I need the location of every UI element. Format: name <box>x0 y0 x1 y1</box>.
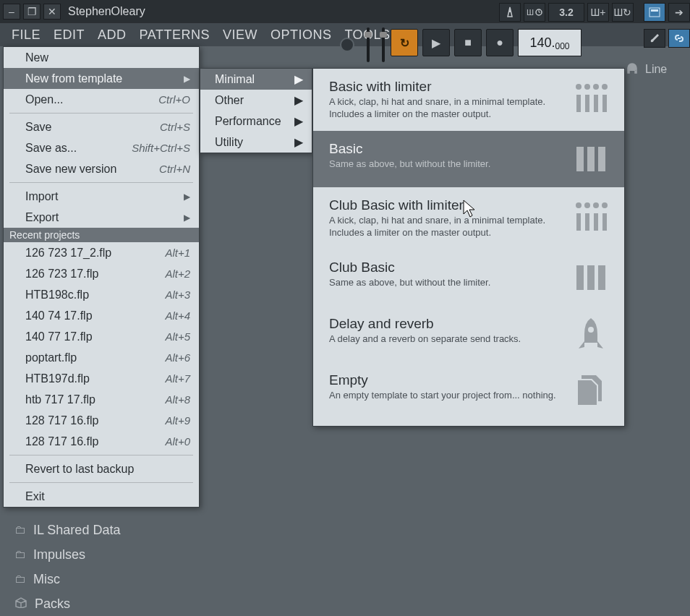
shortcut-label: Alt+5 <box>165 330 190 343</box>
template-basic[interactable]: Basic Same as above, but without the lim… <box>313 131 624 187</box>
brush-icon[interactable] <box>644 29 665 48</box>
menu-item-export[interactable]: Export ▶ <box>4 207 199 228</box>
svg-rect-13 <box>598 147 605 171</box>
browser-item-impulses[interactable]: 🗀 Impulses <box>3 542 200 567</box>
template-title: Basic <box>329 141 559 157</box>
headphones-icon[interactable] <box>625 61 639 78</box>
recent-project-item[interactable]: 128 717 16.flpAlt+0 <box>4 431 199 452</box>
menu-add[interactable]: ADD <box>92 25 132 46</box>
link-icon[interactable] <box>668 29 690 48</box>
master-controls <box>334 23 391 67</box>
submenu-label: Other <box>215 94 244 107</box>
maximize-button[interactable]: ❐ <box>23 4 41 20</box>
menu-file[interactable]: FILE <box>6 25 46 46</box>
browser-item-packs[interactable]: Packs <box>3 591 200 616</box>
volume-slider-2[interactable] <box>382 27 385 62</box>
metronome-icon[interactable] <box>499 3 521 22</box>
menu-view[interactable]: VIEW <box>217 25 263 46</box>
tempo-display[interactable]: 140.000 <box>518 29 582 56</box>
recent-project-item[interactable]: HTB197d.flpAlt+7 <box>4 368 199 389</box>
menu-options[interactable]: OPTIONS <box>265 25 338 46</box>
play-button[interactable]: ▶ <box>422 29 450 56</box>
menu-item-new[interactable]: New <box>4 47 199 68</box>
loop-record-icon[interactable]: Ш↻ <box>612 3 634 22</box>
menu-item-label: htb 717 17.flp <box>25 393 95 406</box>
time-signature-display[interactable]: 3.2 <box>548 3 584 22</box>
svg-rect-11 <box>576 147 584 171</box>
shortcut-label: Alt+1 <box>165 247 190 259</box>
recent-project-item[interactable]: 126 723 17.flpAlt+2 <box>4 263 199 284</box>
template-category-utility[interactable]: Utility ▶ <box>200 132 312 153</box>
svg-point-6 <box>602 84 608 90</box>
view-piano-roll-button[interactable] <box>644 3 665 22</box>
right-toolbar-row-2 <box>644 29 690 48</box>
browser-item-label: Packs <box>35 596 70 612</box>
menu-item-label: 126 723 17_2.flp <box>25 247 111 260</box>
stop-button[interactable]: ■ <box>454 29 482 56</box>
mixer-dots-icon <box>571 79 611 115</box>
menu-separator <box>9 455 193 455</box>
shortcut-label: Alt+2 <box>165 268 190 280</box>
recent-project-item[interactable]: 140 77 17.flpAlt+5 <box>4 326 199 347</box>
folder-icon: 🗀 <box>14 548 26 561</box>
template-category-minimal[interactable]: Minimal ▶ <box>200 69 312 90</box>
template-delay-and-reverb[interactable]: Delay and reverb A delay and a reverb on… <box>313 306 624 362</box>
browser-sidebar: 🗀 IL Shared Data 🗀 Impulses 🗀 Misc Packs <box>3 518 200 616</box>
shortcut-label: Alt+8 <box>165 393 190 406</box>
template-basic-with-limiter[interactable]: Basic with limiter A kick, clap, hi hat … <box>313 69 624 131</box>
chevron-right-icon: ▶ <box>184 213 190 223</box>
browser-item-il-shared-data[interactable]: 🗀 IL Shared Data <box>3 518 200 542</box>
template-club-basic[interactable]: Club Basic Same as above, but without th… <box>313 249 624 306</box>
tempo-value: 140. <box>529 35 555 51</box>
menu-item-label: 140 77 17.flp <box>25 330 93 343</box>
chevron-right-icon: ▶ <box>184 192 190 202</box>
svg-rect-9 <box>594 95 598 112</box>
recent-project-item[interactable]: htb 717 17.flpAlt+8 <box>4 389 199 410</box>
recent-project-item[interactable]: 140 74 17.flpAlt+4 <box>4 305 199 326</box>
menu-item-label: Revert to last backup <box>25 463 134 476</box>
pan-knob[interactable] <box>340 38 354 52</box>
svg-rect-23 <box>587 265 595 290</box>
browser-item-misc[interactable]: 🗀 Misc <box>3 567 200 591</box>
menu-item-revert[interactable]: Revert to last backup <box>4 458 199 479</box>
menu-item-open[interactable]: Open... Ctrl+O <box>4 89 199 110</box>
volume-slider-1[interactable] <box>367 27 370 62</box>
svg-rect-2 <box>651 9 658 12</box>
menu-item-label: poptart.flp <box>25 351 77 364</box>
shortcut-label: Alt+9 <box>165 414 190 427</box>
wait-for-input-icon[interactable]: Ш <box>524 3 545 22</box>
shortcut-label: Ctrl+N <box>159 163 190 175</box>
template-category-performance[interactable]: Performance ▶ <box>200 111 312 132</box>
menu-item-new-from-template[interactable]: New from template ▶ <box>4 68 199 89</box>
minimize-button[interactable]: – <box>3 4 20 20</box>
menu-item-save-new-version[interactable]: Save new version Ctrl+N <box>4 158 199 179</box>
menu-edit[interactable]: EDIT <box>48 25 90 46</box>
menu-item-save[interactable]: Save Ctrl+S <box>4 116 199 137</box>
countdown-icon[interactable]: Ш+ <box>587 3 609 22</box>
template-club-basic-with-limiter[interactable]: Club Basic with limiter A kick, clap, hi… <box>313 187 624 249</box>
shortcut-label: Ctrl+O <box>158 93 190 106</box>
menu-item-import[interactable]: Import ▶ <box>4 186 199 207</box>
menu-item-label: 140 74 17.flp <box>25 309 93 322</box>
svg-point-15 <box>584 202 590 208</box>
record-button[interactable]: ● <box>486 29 514 56</box>
template-category-other[interactable]: Other ▶ <box>200 90 312 111</box>
menu-item-label: Save as... <box>25 142 77 155</box>
recent-project-item[interactable]: HTB198c.flpAlt+3 <box>4 284 199 305</box>
menu-item-save-as[interactable]: Save as... Shift+Ctrl+S <box>4 137 199 158</box>
menu-item-exit[interactable]: Exit <box>4 486 199 507</box>
files-icon <box>571 372 611 408</box>
recent-project-item[interactable]: 128 717 16.flpAlt+9 <box>4 410 199 431</box>
menu-patterns[interactable]: PATTERNS <box>134 25 216 46</box>
folder-icon: 🗀 <box>14 523 26 536</box>
recent-project-item[interactable]: poptart.flpAlt+6 <box>4 347 199 368</box>
top-right-toolbar: Ш 3.2 Ш+ Ш↻ ➔ <box>499 3 690 22</box>
shortcut-label: Shift+Ctrl+S <box>132 142 190 154</box>
bars-icon <box>571 141 611 177</box>
close-button[interactable]: ✕ <box>43 4 61 20</box>
template-empty[interactable]: Empty An empty template to start your pr… <box>313 362 624 419</box>
sync-button[interactable]: ↻ <box>391 29 418 56</box>
recent-project-item[interactable]: 126 723 17_2.flpAlt+1 <box>4 242 199 263</box>
view-next-button[interactable]: ➔ <box>668 3 690 22</box>
menu-separator <box>9 113 193 114</box>
